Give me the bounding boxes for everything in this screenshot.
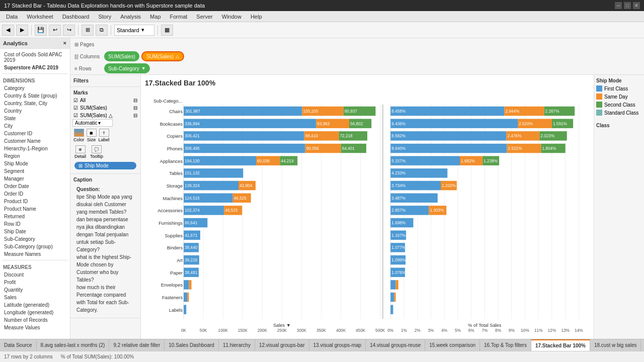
- dim-ship-date[interactable]: Ship Date: [2, 228, 68, 235]
- tab-10[interactable]: 10.Sales Dashboard: [165, 339, 219, 351]
- tab-8[interactable]: 8.avg sales-last x months (2): [37, 339, 110, 351]
- dim-region[interactable]: Region: [2, 152, 68, 160]
- menu-help[interactable]: Help: [247, 13, 266, 21]
- detail-control[interactable]: ⊕ Detail: [74, 145, 86, 159]
- meas-measure-values[interactable]: Measure Values: [2, 324, 68, 331]
- minimize-button[interactable]: ─: [615, 2, 622, 9]
- dim-state[interactable]: State: [2, 115, 68, 122]
- dim-order-id[interactable]: Order ID: [2, 190, 68, 198]
- bar-chairs-first[interactable]: [184, 107, 302, 116]
- copy-button[interactable]: ⧉: [96, 25, 108, 36]
- dim-order-date[interactable]: Order Date: [2, 183, 68, 190]
- dim-hierarchy-region[interactable]: Hierarchy-1-Region: [2, 145, 68, 152]
- marks-section: Marks ☑ All ⊟ ☑ SUM(Sales) ⊟ ☑ SUM(Sales…: [70, 87, 140, 174]
- label-control[interactable]: T Label: [99, 129, 110, 142]
- menu-story[interactable]: Story: [94, 13, 115, 21]
- forward-button[interactable]: ▶: [16, 25, 28, 36]
- save-button[interactable]: 💾: [35, 25, 47, 36]
- close-button[interactable]: ✕: [633, 2, 640, 9]
- color-control[interactable]: Color: [73, 129, 85, 142]
- dim-measure-names[interactable]: Measure Names: [2, 250, 68, 258]
- marks-automatic-dropdown[interactable]: Automatic ▾: [72, 119, 113, 127]
- menu-map[interactable]: Map: [146, 13, 165, 21]
- menu-worksheet[interactable]: Worksheet: [23, 13, 57, 21]
- meas-discount[interactable]: Discount: [2, 271, 68, 279]
- tab-9[interactable]: 9.2 relative date filter: [109, 339, 165, 351]
- back-button[interactable]: ◀: [2, 25, 14, 36]
- bar-copiers-first[interactable]: [184, 131, 304, 141]
- tab-18[interactable]: 18.cust w big sales: [590, 339, 641, 351]
- maximize-button[interactable]: □: [624, 2, 631, 9]
- dim-product-name[interactable]: Product Name: [2, 205, 68, 213]
- rbar-bookcases-first[interactable]: [390, 119, 518, 128]
- tab-15[interactable]: 15.week comparison: [425, 339, 480, 351]
- show-me-button[interactable]: ▦: [161, 25, 173, 36]
- tab-14[interactable]: 14.visual groups-reuse: [366, 339, 425, 351]
- meas-profit[interactable]: Profit: [2, 279, 68, 286]
- bar-labels-first[interactable]: [184, 305, 186, 314]
- tab-19[interactable]: 19.country sales by dates: [641, 339, 644, 351]
- meas-sales[interactable]: Sales: [2, 294, 68, 301]
- undo-button[interactable]: ↩: [49, 25, 61, 36]
- dim-ship-mode[interactable]: Ship Mode: [2, 160, 68, 167]
- menu-data[interactable]: Data: [2, 13, 22, 21]
- menu-format[interactable]: Format: [166, 13, 192, 21]
- rbar-envelopes-same[interactable]: [396, 280, 398, 290]
- toolbar-sep-2: [78, 25, 78, 35]
- data-item-cogs[interactable]: Cost of Goods Sold APAC 2019: [2, 51, 68, 64]
- columns-sum-sales-pill[interactable]: SUM(Sales): [104, 51, 139, 61]
- bar-phones-first[interactable]: [184, 144, 305, 153]
- meas-num-records[interactable]: Number of Records: [2, 316, 68, 324]
- redo-button[interactable]: ↪: [63, 25, 75, 36]
- rbar-copiers-first[interactable]: [390, 131, 506, 141]
- rbar-fasteners-first[interactable]: [390, 293, 394, 302]
- dim-manager[interactable]: Manager: [2, 175, 68, 183]
- ship-mode-pill[interactable]: ⊞ Ship Mode: [74, 162, 136, 169]
- rbar-phones-first[interactable]: [390, 144, 507, 153]
- menu-window[interactable]: Window: [218, 13, 246, 21]
- bar-envelopes-first[interactable]: [184, 280, 189, 290]
- rbar-fasteners-same[interactable]: [394, 293, 395, 302]
- dim-country-state-city[interactable]: Country, State, City: [2, 100, 68, 107]
- meas-longitude[interactable]: Longitude (generated): [2, 309, 68, 316]
- size-control[interactable]: ◼ Size: [87, 129, 97, 142]
- dim-product-id[interactable]: Product ID: [2, 198, 68, 205]
- meas-quantity[interactable]: Quantity: [2, 286, 68, 294]
- dim-row-id[interactable]: Row ID: [2, 220, 68, 228]
- data-item-superstore[interactable]: Superstore APAC 2019: [2, 64, 68, 71]
- dim-segment[interactable]: Segment: [2, 167, 68, 175]
- tab-12[interactable]: 12.visual groups-bar: [255, 339, 309, 351]
- tab-data-source[interactable]: Data Source: [0, 339, 37, 351]
- bar-fasteners-same[interactable]: [187, 293, 189, 302]
- new-datasource-button[interactable]: ⊞: [82, 25, 94, 36]
- rbar-labels-first[interactable]: [390, 305, 393, 314]
- bar-fasteners-first[interactable]: [184, 293, 187, 302]
- dim-customer-name[interactable]: Customer Name: [2, 137, 68, 145]
- dim-category[interactable]: Category: [2, 84, 68, 92]
- rbar-envelopes-first[interactable]: [390, 280, 395, 290]
- tab-11[interactable]: 11.hierarchy: [219, 339, 255, 351]
- tab-17[interactable]: 17.Stacked Bar 100%: [531, 339, 590, 351]
- bar-bookcases-first[interactable]: [184, 119, 316, 128]
- menu-server[interactable]: Server: [192, 13, 216, 21]
- standard-dropdown[interactable]: Standard ▾: [114, 25, 154, 36]
- dim-city[interactable]: City: [2, 122, 68, 130]
- columns-sum-sales-delta-pill[interactable]: SUM(Sales) △: [141, 51, 184, 61]
- dim-sub-category-group[interactable]: Sub-Category (group): [2, 243, 68, 250]
- dim-country[interactable]: Country: [2, 107, 68, 115]
- tab-16[interactable]: 16.Top & Top filters: [480, 339, 531, 351]
- menu-dashboard[interactable]: Dashboard: [58, 13, 94, 21]
- dim-customer-id[interactable]: Customer ID: [2, 130, 68, 137]
- dim-returned[interactable]: Returned: [2, 213, 68, 220]
- dim-sub-category[interactable]: Sub-Category: [2, 235, 68, 243]
- sidebar-toggle-icon[interactable]: ✕: [63, 41, 67, 46]
- rbar-chairs-first[interactable]: [390, 107, 504, 116]
- meas-latitude[interactable]: Latitude (generated): [2, 301, 68, 309]
- bar-envelopes-same[interactable]: [189, 280, 191, 290]
- tooltip-control[interactable]: 💬 Tooltip: [90, 145, 103, 159]
- rows-subcat-pill[interactable]: Sub-Category ▼: [104, 63, 150, 73]
- tab-13[interactable]: 13.visual groups-map: [309, 339, 366, 351]
- ship-mode-pill-icon: ⊞: [78, 163, 83, 168]
- dim-country-state-group[interactable]: Country & State (group): [2, 92, 68, 100]
- menu-analysis[interactable]: Analysis: [116, 13, 145, 21]
